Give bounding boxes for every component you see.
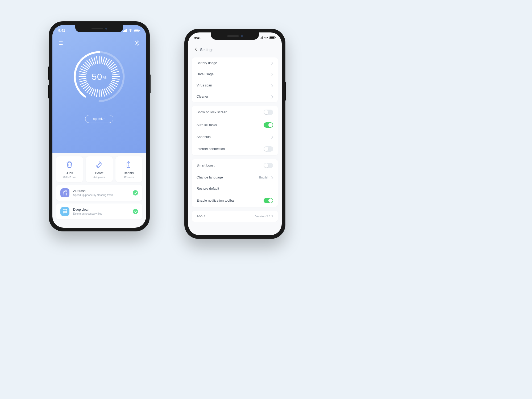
chevron-right-icon: [271, 176, 273, 179]
summary-card-junk[interactable]: Junk435 MB over: [56, 156, 83, 182]
action-row-ad-trash[interactable]: AD trashSpeed up phone by clearing trash: [56, 185, 142, 201]
actions-list: AD trashSpeed up phone by clearing trash…: [52, 185, 146, 219]
row-label: Change language: [197, 176, 223, 179]
card-title: Boost: [95, 171, 103, 175]
settings-row-enable-notification-toolbar[interactable]: Enable notification toolbar: [192, 194, 278, 207]
phone-home: 9:41: [49, 21, 150, 231]
status-time: 9:41: [58, 28, 65, 32]
summary-card-battery[interactable]: Battery43% over: [115, 156, 142, 182]
settings-button[interactable]: [134, 40, 140, 46]
usage-gauge: 50%: [73, 50, 126, 103]
row-label: Battery usage: [197, 61, 217, 65]
trash-icon: [60, 188, 69, 197]
settings-row-change-language[interactable]: Change languageEnglish: [192, 172, 278, 183]
menu-icon: [59, 41, 64, 45]
notch: [211, 32, 259, 40]
gauge-percent: 50: [92, 72, 102, 82]
phone-settings: 9:41 Settings Battery usageData usageVir…: [184, 29, 285, 239]
row-title: Deep clean: [73, 208, 129, 211]
action-row-deep-clean[interactable]: Deep cleanDelete unnecessary files: [56, 203, 142, 219]
card-sub: 43% over: [124, 176, 134, 178]
summary-cards: Junk435 MB overBoost4 App overBattery43%…: [52, 153, 146, 185]
notch: [75, 25, 123, 32]
row-label: Show on lock screen: [197, 110, 227, 114]
toggle-show-on-lock-screen[interactable]: [264, 110, 273, 115]
card-title: Battery: [124, 171, 134, 175]
page-title: Settings: [200, 48, 214, 52]
battery-icon: [125, 161, 133, 169]
settings-row-cleaner[interactable]: Cleaner: [192, 91, 278, 102]
summary-card-boost[interactable]: Boost4 App over: [86, 156, 113, 182]
check-icon: [133, 190, 138, 196]
row-sub: Speed up phone by clearing trash: [73, 194, 129, 197]
settings-group-3: AboutVersion 2.1.2: [192, 211, 278, 222]
row-label: Shortcuts: [197, 135, 211, 139]
optimize-button[interactable]: optimize: [85, 115, 113, 123]
settings-row-data-usage[interactable]: Data usage: [192, 69, 278, 80]
card-sub: 4 App over: [93, 176, 105, 178]
row-label: Internet connection: [197, 147, 225, 151]
settings-row-show-on-lock-screen[interactable]: Show on lock screen: [192, 106, 278, 119]
row-label: Enable notification toolbar: [197, 199, 235, 202]
rocket-icon: [95, 161, 103, 169]
wifi-icon: [264, 36, 268, 39]
row-label: Virus scan: [197, 84, 212, 87]
settings-row-battery-usage[interactable]: Battery usage: [192, 57, 278, 69]
row-title: AD trash: [73, 189, 129, 193]
settings-row-restore-default[interactable]: Restore default: [192, 183, 278, 194]
check-icon: [133, 209, 138, 214]
chevron-right-icon: [271, 84, 273, 87]
settings-row-about[interactable]: AboutVersion 2.1.2: [192, 211, 278, 222]
row-label: Auto kill tasks: [197, 123, 217, 127]
chevron-right-icon: [271, 73, 273, 76]
trash-icon: [66, 161, 74, 169]
row-label: About: [197, 214, 205, 218]
wifi-icon: [128, 29, 132, 32]
battery-status-icon: [269, 36, 276, 39]
toggle-auto-kill-tasks[interactable]: [264, 122, 273, 128]
brush-icon: [60, 207, 69, 216]
back-button[interactable]: [193, 46, 198, 53]
row-label: Restore default: [197, 187, 219, 190]
settings-row-smart-boost[interactable]: Smart boost: [192, 159, 278, 172]
settings-group-1: Show on lock screenAuto kill tasksShortc…: [192, 106, 278, 155]
settings-row-internet-connection[interactable]: Internet connection: [192, 143, 278, 155]
row-meta: English: [259, 176, 269, 179]
toggle-enable-notification-toolbar[interactable]: [264, 198, 273, 203]
signal-icon: [259, 36, 263, 39]
chevron-right-icon: [271, 135, 273, 139]
chevron-right-icon: [271, 61, 273, 65]
chevron-left-icon: [194, 47, 197, 51]
row-label: Data usage: [197, 72, 214, 76]
settings-group-2: Smart boostChange languageEnglishRestore…: [192, 159, 278, 207]
card-sub: 435 MB over: [63, 176, 76, 178]
toggle-smart-boost[interactable]: [264, 163, 273, 168]
settings-group-0: Battery usageData usageVirus scanCleaner: [192, 57, 278, 102]
gear-icon: [134, 40, 140, 46]
settings-row-virus-scan[interactable]: Virus scan: [192, 80, 278, 91]
row-label: Cleaner: [197, 95, 208, 98]
menu-button[interactable]: [58, 40, 64, 46]
settings-row-shortcuts[interactable]: Shortcuts: [192, 131, 278, 143]
card-title: Junk: [66, 171, 73, 175]
row-meta: Version 2.1.2: [255, 215, 273, 218]
battery-status-icon: [134, 29, 140, 32]
toggle-internet-connection[interactable]: [264, 146, 273, 152]
row-label: Smart boost: [197, 164, 214, 167]
status-time: 9:41: [194, 36, 201, 40]
settings-row-auto-kill-tasks[interactable]: Auto kill tasks: [192, 119, 278, 131]
chevron-right-icon: [271, 95, 273, 98]
row-sub: Delete unnecessary files: [73, 212, 129, 215]
hero-panel: 50% optimize: [52, 25, 146, 153]
signal-icon: [123, 29, 127, 32]
gauge-unit: %: [103, 76, 107, 80]
